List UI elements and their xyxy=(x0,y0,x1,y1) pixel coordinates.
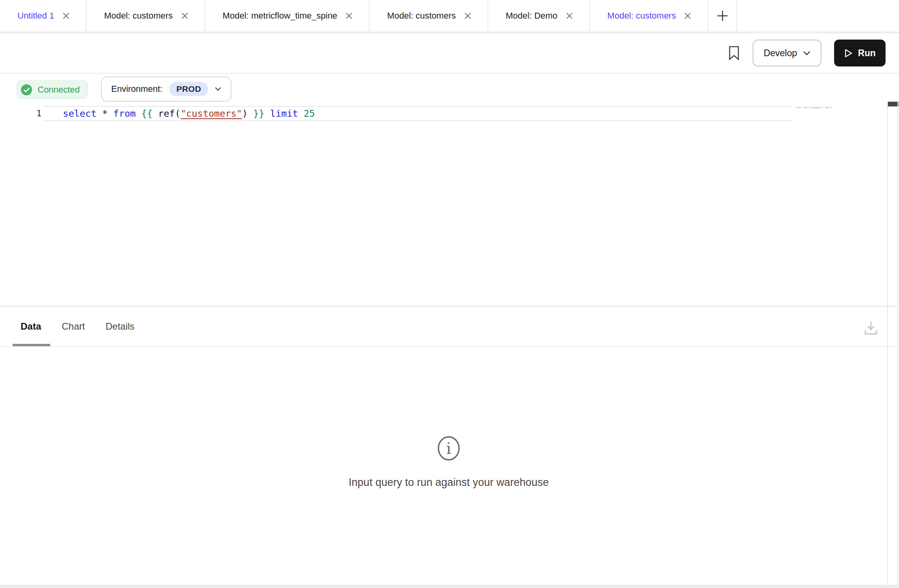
run-button-label: Run xyxy=(858,48,876,59)
results-tab-data[interactable]: Data xyxy=(21,307,41,346)
right-edge-border xyxy=(897,102,898,585)
code-token: limit xyxy=(270,108,298,119)
editor-tab[interactable]: Untitled 1 xyxy=(0,0,87,32)
editor-tab-bar: Untitled 1Model: customersModel: metricf… xyxy=(0,0,899,33)
download-icon xyxy=(863,319,879,336)
code-token: from xyxy=(113,108,136,119)
develop-button[interactable]: Develop xyxy=(753,40,821,66)
develop-button-label: Develop xyxy=(764,48,797,59)
app-window: Untitled 1Model: customersModel: metricf… xyxy=(0,0,899,588)
check-circle-icon xyxy=(21,84,32,96)
play-icon xyxy=(844,48,853,58)
minimap[interactable]: select * from {{ ref("customers") }} lim… xyxy=(796,106,887,110)
tab-label: Model: customers xyxy=(104,11,173,21)
code-line: select * from {{ ref("customers") }} lim… xyxy=(63,106,315,121)
close-icon[interactable] xyxy=(464,12,472,20)
run-button[interactable]: Run xyxy=(834,40,886,66)
tab-label: Model: customers xyxy=(387,11,456,21)
code-token: * xyxy=(97,108,113,119)
info-icon: i xyxy=(437,435,461,463)
empty-state: i Input query to run against your wareho… xyxy=(0,435,897,489)
close-icon[interactable] xyxy=(565,12,573,20)
toolbar: Develop Run xyxy=(0,33,899,74)
code-token[interactable]: "customers" xyxy=(813,107,821,108)
code-token: select xyxy=(796,107,801,108)
code-token[interactable]: "customers" xyxy=(180,108,242,119)
bottom-divider xyxy=(0,585,899,588)
tab-label: Untitled 1 xyxy=(17,11,54,21)
code-token: ) xyxy=(242,108,253,119)
results-tab-chart[interactable]: Chart xyxy=(62,307,85,346)
editor-tab[interactable]: Model: Demo xyxy=(488,0,590,32)
close-icon[interactable] xyxy=(345,12,353,20)
editor-tab[interactable]: Model: customers xyxy=(87,0,205,32)
connection-status-label: Connected xyxy=(38,85,80,95)
tab-label: Model: customers xyxy=(607,11,676,21)
environment-selector[interactable]: Environment: PROD xyxy=(101,76,231,102)
code-token: from xyxy=(803,107,806,108)
tab-label: Model: Demo xyxy=(506,11,558,21)
svg-text:i: i xyxy=(446,439,451,457)
tab-label: Model: metricflow_time_spine xyxy=(223,11,338,21)
close-icon[interactable] xyxy=(62,12,70,20)
editor-tab[interactable]: Model: customers xyxy=(590,0,709,32)
results-tabs-border xyxy=(0,346,899,347)
code-token: ref( xyxy=(152,108,180,119)
code-token xyxy=(136,108,141,119)
code-token: limit xyxy=(825,107,829,108)
results-tab-bar: DataChartDetails xyxy=(21,307,135,346)
editor-scrollbar-thumb[interactable] xyxy=(888,102,899,106)
environment-label: Environment: xyxy=(111,84,163,94)
code-token: 25 xyxy=(830,107,831,108)
code-token: {{ xyxy=(141,108,152,119)
connection-status-badge: Connected xyxy=(17,80,88,99)
right-gutter-border xyxy=(887,102,888,585)
chevron-down-icon xyxy=(215,87,221,91)
plus-icon xyxy=(716,9,729,23)
code-token: }} xyxy=(253,108,264,119)
new-tab-button[interactable] xyxy=(709,0,737,32)
results-tab-details[interactable]: Details xyxy=(106,307,135,346)
download-button[interactable] xyxy=(863,319,879,338)
environment-value-pill: PROD xyxy=(169,82,209,96)
chevron-down-icon xyxy=(803,51,810,55)
code-token xyxy=(298,108,303,119)
editor-tab[interactable]: Model: customers xyxy=(370,0,488,32)
code-token: select xyxy=(63,108,97,119)
minimap-code: select * from {{ ref("customers") }} lim… xyxy=(796,106,809,108)
editor-tab[interactable]: Model: metricflow_time_spine xyxy=(205,0,370,32)
results-panel-divider xyxy=(0,306,899,307)
code-token: 25 xyxy=(303,108,315,119)
line-number: 1 xyxy=(0,106,42,121)
close-icon[interactable] xyxy=(181,12,189,20)
empty-state-message: Input query to run against your warehous… xyxy=(0,476,897,489)
close-icon[interactable] xyxy=(684,12,692,20)
code-token: ref( xyxy=(809,107,813,108)
bookmark-icon[interactable] xyxy=(728,46,740,61)
code-token xyxy=(264,108,270,119)
